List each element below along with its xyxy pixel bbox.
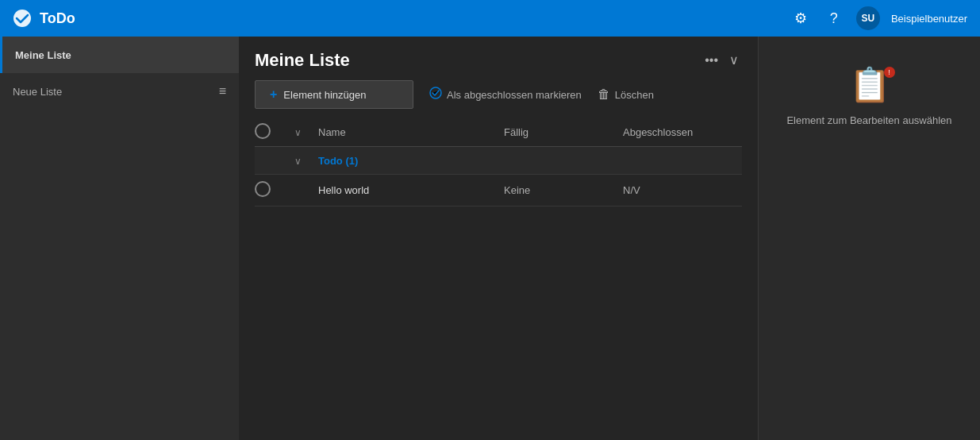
user-avatar[interactable]: SU [856, 6, 880, 30]
add-button-label: Element hinzügen [283, 89, 366, 101]
logo-area: ToDo [13, 9, 252, 28]
add-icon: + [270, 87, 277, 102]
app-title: ToDo [40, 10, 75, 27]
neue-liste-icon: ≡ [219, 84, 226, 98]
add-element-button[interactable]: + Element hinzügen [255, 80, 413, 109]
group-expand-col: ∨ [294, 153, 318, 168]
header-done-col: Abgeschlossen [623, 126, 742, 138]
more-options-button[interactable]: ••• [701, 50, 721, 71]
sidebar-my-list-label: Meine Liste [15, 49, 71, 61]
expand-icon: ∨ [729, 53, 739, 67]
task-checkbox-col [255, 181, 294, 199]
content-title: Meine Liste [255, 50, 701, 71]
sidebar-item-my-list[interactable]: Meine Liste [0, 37, 239, 73]
select-all-checkbox[interactable] [255, 123, 271, 139]
content-header: Meine Liste ••• ∨ [239, 37, 758, 71]
task-done: N/V [623, 184, 742, 196]
group-expand-icon[interactable]: ∨ [294, 156, 302, 167]
clipboard-badge: ! [884, 67, 895, 78]
header-expand-icon[interactable]: ∨ [294, 127, 302, 138]
content-header-icons: ••• ∨ [701, 49, 742, 71]
task-table: ∨ Name Fällig Abgeschlossen ∨ Todo (1) [239, 118, 758, 440]
help-button[interactable]: ? [823, 7, 845, 29]
header-bar: ToDo ⚙ ? SU Beispielbenutzer [0, 0, 980, 37]
todo-logo-icon [13, 9, 32, 28]
settings-button[interactable]: ⚙ [790, 7, 812, 29]
delete-icon: 🗑 [598, 87, 610, 102]
help-icon: ? [830, 10, 838, 27]
sidebar-neue-liste-label: Neue Liste [13, 86, 62, 98]
expand-button[interactable]: ∨ [726, 49, 742, 71]
group-row: ∨ Todo (1) [255, 147, 742, 175]
task-checkbox[interactable] [255, 181, 271, 197]
delete-button[interactable]: 🗑 Löschen [598, 87, 654, 102]
header-due-col: Fällig [504, 126, 623, 138]
header-name-col: Name [318, 126, 504, 138]
more-icon: ••• [705, 53, 718, 67]
mark-done-icon [429, 87, 442, 102]
content-panel: Meine Liste ••• ∨ + Element hinzügen Als [239, 37, 758, 440]
task-due: Keine [504, 184, 623, 196]
detail-panel: 📋 ! Element zum Bearbeiten auswählen [758, 37, 980, 440]
clipboard-icon-container: 📋 ! [849, 68, 890, 102]
username-label[interactable]: Beispielbenutzer [891, 13, 967, 25]
task-name: Hello world [318, 184, 504, 196]
header-checkbox-col [255, 123, 294, 141]
table-row[interactable]: Hello world Keine N/V [255, 175, 742, 206]
sidebar: Meine Liste Neue Liste ≡ [0, 37, 239, 440]
settings-icon: ⚙ [794, 10, 807, 27]
delete-label: Löschen [615, 89, 654, 101]
group-label: Todo (1) [318, 155, 504, 167]
table-header-row: ∨ Name Fällig Abgeschlossen [255, 118, 742, 147]
main-area: Meine Liste Neue Liste ≡ Meine Liste •••… [0, 37, 980, 440]
sidebar-item-neue-liste[interactable]: Neue Liste ≡ [0, 73, 239, 110]
mark-done-label: Als abgeschlossen markieren [447, 89, 582, 101]
toolbar: + Element hinzügen Als abgeschlossen mar… [239, 80, 758, 109]
detail-empty-label: Element zum Bearbeiten auswählen [771, 114, 967, 126]
header-right: ⚙ ? SU Beispielbenutzer [790, 6, 967, 30]
mark-done-button[interactable]: Als abgeschlossen markieren [429, 87, 582, 102]
header-expand-col: ∨ [294, 126, 318, 138]
